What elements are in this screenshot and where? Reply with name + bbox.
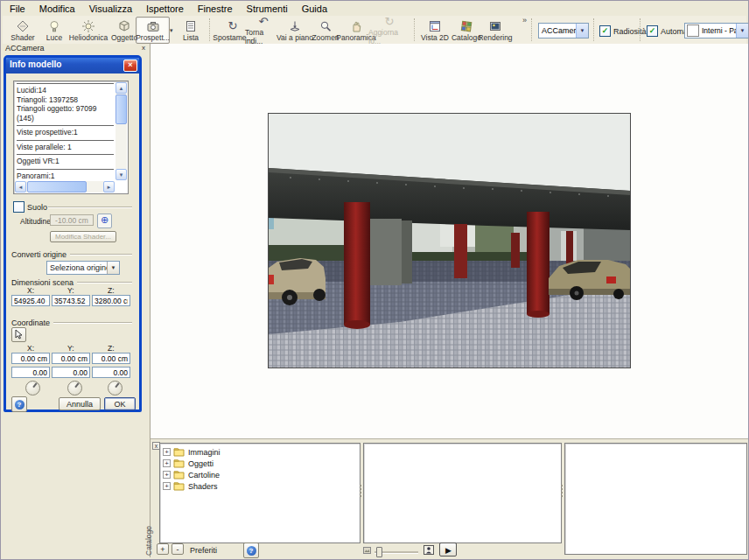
info-modello-dialog: Info modello × Lucidi:14 Triangoli: 1397… — [4, 55, 142, 412]
folder-icon — [173, 447, 186, 457]
checkbox-checked-icon[interactable]: ✓ — [647, 25, 658, 37]
combo-arrow-icon[interactable]: ▼ — [736, 24, 748, 38]
render-view[interactable] — [268, 113, 631, 368]
ok-button[interactable]: OK — [104, 397, 136, 410]
stat-item: Panorami:1 — [17, 172, 114, 181]
tree-item-immagini[interactable]: + Immagini — [160, 446, 360, 458]
menu-visualizza[interactable]: Visualizza — [82, 3, 139, 15]
dialog-titlebar[interactable]: Info modello × — [6, 58, 139, 74]
dialog-close-button[interactable]: × — [123, 60, 137, 72]
scroll-down-icon[interactable]: ▼ — [116, 169, 127, 180]
dropdown-arrow-icon[interactable]: ▼ — [107, 262, 119, 274]
vertical-scrollbar[interactable]: ▲ ▼ — [116, 82, 127, 180]
panel-close-icon[interactable]: x — [142, 44, 145, 52]
scroll-left-icon[interactable]: ◄ — [15, 181, 26, 192]
suolo-checkbox[interactable]: Suolo — [13, 201, 47, 213]
stat-item: Viste parallele: 1 — [17, 143, 114, 152]
rendering-icon — [488, 19, 502, 33]
coord-z-cm[interactable] — [92, 353, 130, 364]
large-thumbnail-icon — [424, 545, 434, 556]
cube-icon — [117, 19, 131, 33]
expand-icon[interactable]: + — [163, 471, 171, 479]
heliodon-button[interactable]: Heliodonica — [67, 17, 109, 44]
scrollbar-thumb[interactable] — [116, 94, 127, 124]
menu-guida[interactable]: Guida — [295, 3, 334, 15]
coord-x2[interactable] — [11, 367, 50, 378]
scene-dim-z[interactable] — [92, 295, 130, 306]
menu-finestre[interactable]: Finestre — [191, 3, 240, 15]
rendering-button[interactable]: Rendering — [475, 17, 515, 44]
tree-item-cartoline[interactable]: + Cartoline — [160, 469, 360, 480]
inspector-panel: ACCamera x Info modello × Lucidi:14 Tria… — [3, 44, 150, 557]
scroll-right-icon[interactable]: ► — [103, 181, 115, 192]
rotation-dial-y[interactable] — [67, 381, 82, 396]
catalog-tab-label: Catalogo — [144, 526, 153, 556]
vista-2d-button[interactable]: Vista 2D — [417, 17, 452, 44]
expand-icon[interactable]: + — [163, 459, 171, 467]
vista-2d-icon — [428, 19, 442, 33]
coord-x-cm[interactable] — [11, 353, 50, 364]
toolbar-separator — [531, 18, 532, 41]
combo-arrow-icon[interactable]: ▼ — [576, 24, 588, 38]
preset-color-swatch — [687, 24, 699, 37]
application-window: FileModificaVisualizzaIspettoreFinestreS… — [0, 0, 749, 560]
stat-item: Oggetti VR:1 — [17, 157, 114, 166]
expand-icon[interactable]: + — [163, 482, 171, 490]
prospettive-button[interactable]: Prospett... — [136, 17, 170, 44]
add-favorite-button[interactable]: + — [157, 543, 169, 555]
vai-a-piano-button[interactable]: Vai a piano — [276, 17, 314, 44]
catalog-icon — [459, 19, 473, 33]
catalog-help-button[interactable]: ? — [243, 542, 259, 558]
scrollbar-thumb[interactable] — [27, 181, 87, 192]
horizontal-scrollbar[interactable]: ◄ ► — [15, 181, 115, 192]
rotation-dial-z[interactable] — [108, 381, 122, 396]
checkbox-unchecked-icon[interactable] — [13, 201, 24, 213]
catalog-list-panel[interactable] — [363, 443, 562, 543]
coord-z2[interactable] — [92, 367, 130, 378]
camera-icon — [146, 19, 160, 33]
tree-item-shaders[interactable]: + Shaders — [160, 480, 360, 492]
remove-favorite-button[interactable]: - — [172, 543, 184, 555]
catalog-tree[interactable]: + Immagini + Oggetti + Cartoline + — [159, 443, 360, 543]
tree-item-oggetti[interactable]: + Oggetti — [160, 458, 360, 469]
coord-y2[interactable] — [52, 367, 90, 378]
menu-bar: FileModificaVisualizzaIspettoreFinestreS… — [3, 3, 746, 16]
scroll-up-icon[interactable]: ▲ — [116, 82, 127, 94]
folder-icon — [173, 458, 186, 468]
prospettive-dropdown-arrow[interactable]: ▾ — [170, 27, 173, 34]
altitude-label: Altitudine: — [20, 217, 52, 226]
sun-icon — [81, 19, 95, 33]
help-button[interactable]: ? — [11, 396, 27, 412]
menu-file[interactable]: File — [3, 3, 32, 15]
slider-handle[interactable] — [376, 547, 382, 557]
play-button[interactable]: ▶ — [439, 542, 457, 556]
go-to-plane-icon — [288, 19, 302, 33]
camera-select[interactable]: ACCamera ▼ — [538, 23, 589, 38]
luce-button[interactable]: Luce — [39, 17, 69, 44]
menu-strumenti[interactable]: Strumenti — [240, 3, 295, 15]
coord-y-cm[interactable] — [52, 353, 90, 364]
annulla-button[interactable]: Annulla — [59, 397, 101, 410]
menu-ispettore[interactable]: Ispettore — [139, 3, 191, 15]
catalog-preview-panel[interactable] — [564, 443, 747, 555]
scene-dim-y[interactable] — [52, 295, 90, 306]
toolbar: Shader Luce Heliodonica Oggetto Prospett… — [3, 16, 746, 46]
lista-button[interactable]: Lista — [175, 17, 206, 44]
pick-coordinate-button[interactable] — [11, 327, 26, 342]
expand-icon[interactable]: + — [163, 448, 171, 456]
shader-button[interactable]: Shader — [4, 17, 41, 44]
hand-icon — [349, 19, 363, 33]
scene-dim-x[interactable] — [11, 295, 50, 306]
magnifier-icon — [318, 19, 332, 33]
altitude-input — [50, 214, 94, 226]
toolbar-overflow-chevron[interactable]: » — [522, 16, 527, 24]
stat-item: Lucidi:14 — [17, 86, 114, 95]
catalog-panel: x Catalogo + Immagini + Oggetti + Cartol… — [150, 438, 748, 557]
preset-select[interactable]: Interni - Partizioni ▼ — [684, 23, 749, 38]
checkbox-checked-icon[interactable]: ✓ — [599, 25, 611, 37]
rotation-dial-x[interactable] — [25, 381, 40, 396]
pick-altitude-button[interactable]: ⊕ — [97, 214, 112, 228]
menu-modifica[interactable]: Modifica — [32, 3, 82, 15]
select-origin-dropdown[interactable]: Seleziona origine ▼ — [46, 261, 120, 275]
model-stats-list[interactable]: Lucidi:14 Triangoli: 1397258 Triangoli o… — [13, 80, 129, 194]
